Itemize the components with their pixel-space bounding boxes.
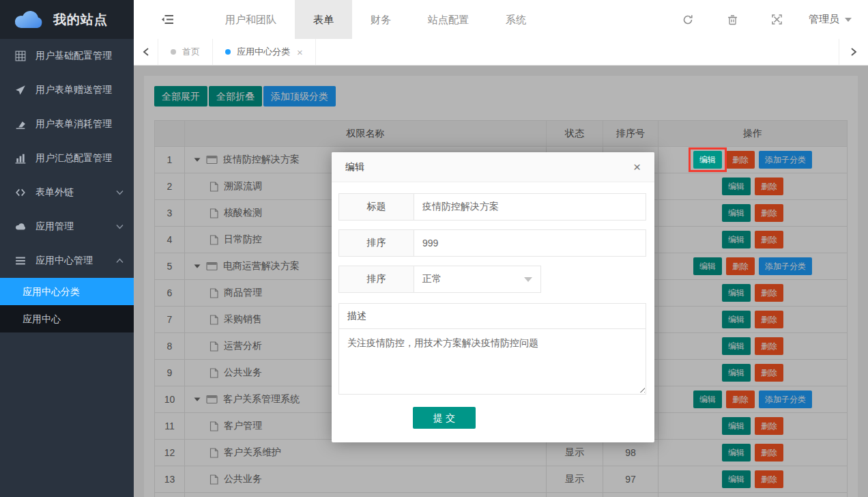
user-name: 管理员	[809, 13, 839, 26]
topbar-actions: 管理员	[665, 0, 868, 39]
topnav-tab[interactable]: 站点配置	[409, 0, 487, 39]
field-input[interactable]	[414, 193, 646, 221]
sidebar-item-label: 应用管理	[35, 221, 116, 233]
topnav-tab[interactable]: 表单	[295, 0, 352, 39]
grid-icon	[15, 51, 27, 62]
send-icon	[15, 85, 27, 96]
description-wrap: 关注疫情防控，用技术方案解决疫情防控问题	[338, 328, 646, 395]
tab-scroll-left-icon[interactable]	[134, 39, 158, 65]
topnav-tab[interactable]: 财务	[352, 0, 409, 39]
page-tab-label: 应用中心分类	[237, 46, 290, 58]
description-textarea[interactable]: 关注疫情防控，用技术方案解决疫情防控问题	[338, 328, 646, 395]
sidebar-item[interactable]: 应用管理	[0, 210, 134, 244]
dialog-body: 标题排序排序正常 描述 关注疫情防控，用技术方案解决疫情防控问题 提 交	[332, 182, 654, 442]
select-caret-icon	[524, 277, 532, 282]
page-tabs: 首页应用中心分类×	[158, 39, 316, 65]
page-tabbar: 首页应用中心分类×	[134, 39, 868, 66]
brand: 我的站点	[0, 0, 134, 39]
chevron-up-icon	[116, 258, 124, 264]
field-label: 排序	[338, 229, 414, 257]
select-value: 正常	[422, 273, 442, 285]
sidebar-item[interactable]: 用户表单赠送管理	[0, 73, 134, 107]
tab-scroll-right-icon[interactable]	[839, 39, 868, 65]
status-select[interactable]: 正常	[414, 266, 541, 293]
edit-button-highlighted[interactable]: 编辑	[693, 151, 722, 169]
chevron-down-icon	[116, 190, 124, 195]
collapse-menu-icon[interactable]	[161, 14, 174, 25]
sidebar-menu: 用户基础配置管理用户表单赠送管理用户表单消耗管理用户汇总配置管理表单外链应用管理…	[0, 39, 134, 332]
sidebar-item[interactable]: 用户基础配置管理	[0, 39, 134, 73]
sidebar-item-label: 应用中心管理	[35, 255, 116, 267]
description-group: 描述 关注疫情防控，用技术方案解决疫情防控问题	[338, 303, 646, 395]
edit-dialog: 编辑 × 标题排序排序正常 描述 关注疫情防控，用技术方案解决疫情防控问题 提 …	[332, 152, 654, 442]
page-tab[interactable]: 应用中心分类×	[213, 39, 316, 65]
tab-status-dot	[171, 49, 176, 55]
cloud-logo-icon	[14, 9, 45, 31]
menu-list-icon	[15, 255, 27, 267]
link-icon	[15, 187, 27, 199]
form-field: 排序	[338, 229, 646, 257]
brand-title: 我的站点	[53, 11, 108, 29]
submit-button[interactable]: 提 交	[413, 407, 476, 429]
bar-chart-icon	[15, 153, 27, 165]
topnav-tabs: 用户和团队表单财务站点配置系统	[207, 0, 545, 39]
tab-status-dot	[225, 49, 231, 55]
page-tab-label: 首页	[182, 46, 200, 58]
field-label: 标题	[338, 193, 414, 221]
sidebar-item[interactable]: 用户表单消耗管理	[0, 107, 134, 141]
refresh-icon[interactable]	[665, 14, 710, 25]
sidebar-item[interactable]: 表单外链	[0, 175, 134, 210]
field-label: 排序	[338, 266, 414, 293]
fullscreen-icon[interactable]	[755, 14, 799, 25]
trash-icon[interactable]	[710, 14, 755, 25]
sidebar-item[interactable]: 用户汇总配置管理	[0, 141, 134, 175]
close-icon[interactable]: ×	[633, 160, 641, 173]
form-field: 标题	[338, 193, 646, 221]
tab-close-icon[interactable]: ×	[297, 46, 303, 58]
description-label: 描述	[338, 303, 646, 329]
sidebar-item-label: 用户表单消耗管理	[35, 118, 124, 130]
chevron-down-icon	[845, 18, 852, 22]
cloud-icon	[15, 221, 27, 233]
admin-app: 我的站点 用户基础配置管理用户表单赠送管理用户表单消耗管理用户汇总配置管理表单外…	[0, 0, 868, 497]
topbar: 用户和团队表单财务站点配置系统 管理	[134, 0, 868, 39]
sidebar-subitem[interactable]: 应用中心	[0, 305, 134, 332]
sidebar-submenu: 应用中心分类应用中心	[0, 278, 134, 332]
sidebar-item-label: 用户表单赠送管理	[35, 84, 124, 96]
eraser-icon	[15, 119, 27, 130]
sidebar-subitem[interactable]: 应用中心分类	[0, 278, 134, 305]
sidebar-item-label: 用户汇总配置管理	[35, 152, 124, 165]
tabbar-spacer	[316, 39, 839, 65]
sidebar: 我的站点 用户基础配置管理用户表单赠送管理用户表单消耗管理用户汇总配置管理表单外…	[0, 0, 134, 497]
field-input[interactable]	[414, 229, 646, 257]
sidebar-item-label: 用户基础配置管理	[35, 50, 124, 62]
page-tab[interactable]: 首页	[158, 39, 213, 65]
dialog-header: 编辑 ×	[332, 152, 654, 182]
form-field: 排序正常	[338, 266, 646, 293]
sidebar-item-label: 表单外链	[35, 186, 116, 199]
sidebar-item[interactable]: 应用中心管理	[0, 244, 134, 278]
user-menu[interactable]: 管理员	[799, 13, 868, 26]
topnav-tab[interactable]: 用户和团队	[207, 0, 295, 39]
topnav-tab[interactable]: 系统	[487, 0, 545, 39]
dialog-title: 编辑	[345, 161, 364, 173]
chevron-down-icon	[116, 224, 124, 229]
